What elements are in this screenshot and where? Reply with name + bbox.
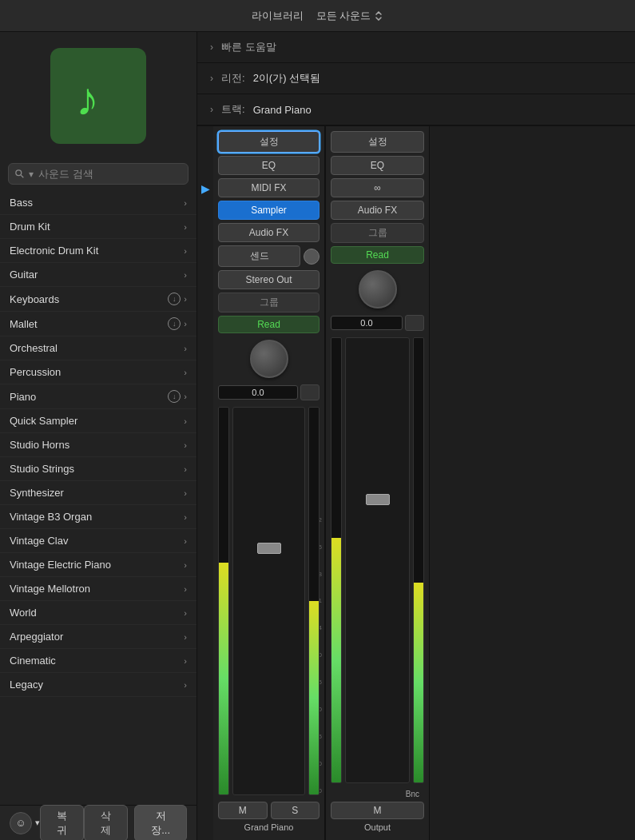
list-item-chevron: › xyxy=(184,488,187,498)
search-icon xyxy=(15,169,24,179)
list-item[interactable]: Vintage Mellotron› xyxy=(0,577,196,601)
fader-thumb-gp[interactable] xyxy=(257,543,281,554)
stereo-out-button[interactable]: Stereo Out xyxy=(218,270,319,289)
list-item-chevron: › xyxy=(184,536,187,546)
list-item-chevron: › xyxy=(184,246,187,256)
value-row-out: 0.0 xyxy=(331,315,424,331)
send-knob-gp[interactable] xyxy=(304,249,319,265)
list-item[interactable]: Percussion› xyxy=(0,360,196,384)
mute-button-gp[interactable]: M xyxy=(218,802,268,819)
list-item[interactable]: Legacy› xyxy=(0,673,196,697)
fader-gp[interactable]: 0 3 6 9 12 15 18 21 24 30 35 40 xyxy=(232,407,305,795)
value-row-gp: 0.0 xyxy=(218,384,319,400)
mute-button-out[interactable]: M xyxy=(331,802,424,819)
fader-thumb-out[interactable] xyxy=(366,494,390,505)
fader-meter-out xyxy=(331,334,424,786)
solo-button-gp[interactable]: S xyxy=(271,802,320,819)
delete-button[interactable]: 삭제 xyxy=(84,805,128,841)
review-value: 2이(가) 선택됨 xyxy=(253,71,321,86)
sort-icon xyxy=(374,11,383,21)
channel-strip-output: 설정 EQ ∞ Audio FX 그룹 Read 0.0 xyxy=(326,126,430,840)
list-item-chevron: › xyxy=(184,222,187,232)
read-button-gp[interactable]: Read xyxy=(218,316,319,333)
list-item[interactable]: Synthesizer› xyxy=(0,481,196,505)
read-button-out[interactable]: Read xyxy=(331,246,424,264)
list-item[interactable]: Studio Strings› xyxy=(0,457,196,481)
list-item[interactable]: Guitar› xyxy=(0,263,196,287)
infinity-icon: ∞ xyxy=(374,182,381,193)
search-input[interactable] xyxy=(38,168,181,180)
list-item[interactable]: Orchestral› xyxy=(0,336,196,360)
value-drag-out[interactable] xyxy=(405,315,424,331)
list-item[interactable]: Bass› xyxy=(0,191,196,215)
track-section[interactable]: › 트랙: Grand Piano xyxy=(197,94,635,125)
list-item[interactable]: Quick Sampler› xyxy=(0,409,196,433)
ms-row-gp: M S xyxy=(218,802,319,819)
search-bar[interactable]: ▾ xyxy=(8,163,189,185)
list-item[interactable]: Arpeggiator› xyxy=(0,625,196,649)
eq-button-out[interactable]: EQ xyxy=(331,156,424,175)
send-button-gp[interactable]: 센드 xyxy=(218,245,300,267)
review-section[interactable]: › 리전: 2이(가) 선택됨 xyxy=(197,63,635,94)
meter-right-out xyxy=(413,337,424,783)
list-item-chevron: › xyxy=(184,440,187,450)
list-item-label: Vintage B3 Organ xyxy=(10,511,92,523)
midi-fx-button-gp[interactable]: MIDI FX xyxy=(218,178,319,197)
list-item[interactable]: Mallet↓› xyxy=(0,312,196,336)
send-row-gp: 센드 xyxy=(218,245,319,267)
meter-left-out xyxy=(331,337,342,783)
list-item[interactable]: Piano↓› xyxy=(0,384,196,409)
list-item[interactable]: Studio Horns› xyxy=(0,433,196,457)
download-badge: ↓ xyxy=(168,390,181,403)
pointer-arrow: ▶ xyxy=(201,182,210,195)
list-item-label: Mallet xyxy=(10,318,38,330)
list-item-chevron: › xyxy=(184,608,187,618)
list-item-chevron: › xyxy=(184,198,187,208)
list-item-chevron: › xyxy=(184,344,187,353)
settings-button-gp[interactable]: 설정 xyxy=(218,131,319,153)
meter-left-gp xyxy=(218,407,229,795)
quick-help-label: 빠른 도움말 xyxy=(221,40,276,54)
value-drag-gp[interactable] xyxy=(300,384,319,400)
list-item[interactable]: Cinematic› xyxy=(0,649,196,673)
meter-right-gp xyxy=(308,407,319,795)
channel-strip-grand-piano: 설정 EQ MIDI FX Sampler Audio FX 센드 Stereo… xyxy=(213,126,325,840)
meter-fill-left-out xyxy=(331,538,341,782)
list-item[interactable]: Drum Kit› xyxy=(0,215,196,239)
list-item[interactable]: Electronic Drum Kit› xyxy=(0,239,196,263)
settings-button-out[interactable]: 설정 xyxy=(331,131,424,153)
mixer-area: ▶ 설정 EQ MIDI FX Sampler Audio FX 센드 Ster… xyxy=(197,126,635,840)
eq-button-gp[interactable]: EQ xyxy=(218,156,319,175)
list-item-label: Guitar xyxy=(10,269,38,281)
list-item[interactable]: Vintage Electric Piano› xyxy=(0,553,196,577)
svg-text:♪: ♪ xyxy=(76,73,99,125)
revert-button[interactable]: 복귀 xyxy=(40,805,84,841)
value-display-out: 0.0 xyxy=(331,316,403,330)
list-item[interactable]: Keyboards↓› xyxy=(0,287,196,312)
pan-knob-gp[interactable] xyxy=(250,340,288,378)
meter-fill-right-gp xyxy=(309,601,319,794)
meter-fill-left-gp xyxy=(219,563,228,794)
audio-fx-button-gp[interactable]: Audio FX xyxy=(218,223,319,242)
circle-button[interactable]: ☺ xyxy=(10,812,32,834)
list-item[interactable]: Vintage Clav› xyxy=(0,529,196,553)
instrument-button-gp[interactable]: Sampler xyxy=(218,201,319,220)
svg-point-1 xyxy=(16,170,22,176)
list-item-label: Drum Kit xyxy=(10,221,50,233)
value-display-gp: 0.0 xyxy=(218,385,298,400)
list-item-label: Cinematic xyxy=(10,655,56,667)
instrument-button-out[interactable]: ∞ xyxy=(331,178,424,197)
fader-out[interactable] xyxy=(345,337,410,783)
list-item[interactable]: Vintage B3 Organ› xyxy=(0,505,196,529)
right-top-sections: › 빠른 도움말 › 리전: 2이(가) 선택됨 › 트랙: Grand Pia… xyxy=(197,32,635,126)
group-button-out[interactable]: 그룹 xyxy=(331,223,424,243)
group-button-gp[interactable]: 그룹 xyxy=(218,293,319,313)
instrument-list: Bass›Drum Kit›Electronic Drum Kit›Guitar… xyxy=(0,191,196,805)
audio-fx-button-out[interactable]: Audio FX xyxy=(331,201,424,220)
quick-help-section[interactable]: › 빠른 도움말 xyxy=(197,32,635,63)
all-sounds-dropdown[interactable]: 모든 사운드 xyxy=(316,9,384,23)
save-button[interactable]: 저장... xyxy=(134,805,187,841)
library-label: 라이브러리 xyxy=(252,9,304,23)
pan-knob-out[interactable] xyxy=(359,270,397,309)
list-item[interactable]: World› xyxy=(0,601,196,625)
